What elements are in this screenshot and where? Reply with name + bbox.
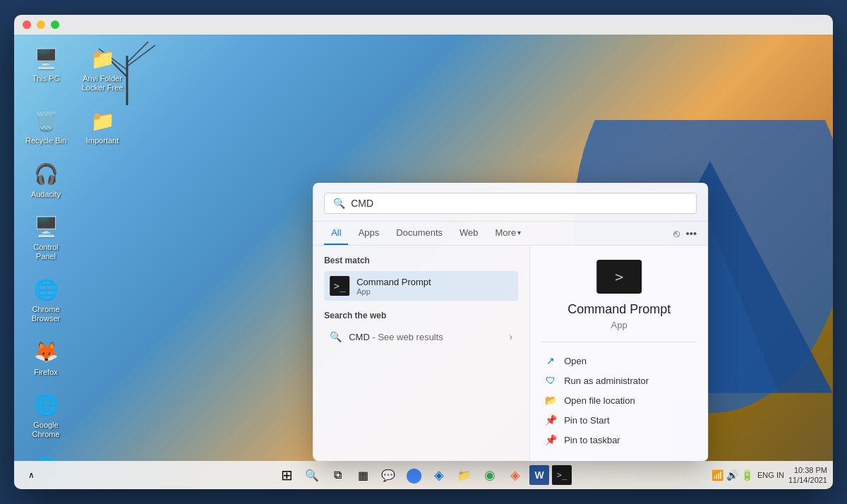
tab-apps[interactable]: Apps	[352, 222, 387, 245]
control-panel-label: Control Panel	[24, 243, 68, 261]
taskbar-teams-button[interactable]: 💬	[377, 464, 400, 486]
taskbar-word-icon[interactable]: W	[529, 465, 549, 485]
language-indicator[interactable]: ENG IN	[757, 470, 784, 480]
taskbar-chrome2-icon[interactable]: ◉	[479, 464, 501, 486]
desktop-icon-chrome-browser[interactable]: 🌐 Chrome Browser	[21, 272, 71, 326]
run-admin-label: Run as administrator	[564, 376, 649, 386]
divider	[541, 342, 697, 342]
desktop-icon-control-panel[interactable]: 🖥️ Control Panel	[21, 210, 71, 264]
important-label: Important	[86, 136, 119, 145]
recycle-bin-icon: 🗑️	[32, 107, 60, 135]
minimize-button[interactable]	[37, 20, 45, 29]
taskbar-widgets-button[interactable]: ▦	[352, 464, 374, 486]
desktop-icons: 🖥️ This PC 📁 Anvi Folder Locker Free 🗑️ …	[21, 42, 127, 489]
taskbar-firefox-icon[interactable]: ◈	[504, 464, 527, 486]
google-chrome-label: Google Chrome	[24, 421, 68, 439]
desktop-icon-google-chrome[interactable]: 🌐 Google Chrome	[21, 388, 71, 442]
close-button[interactable]	[23, 20, 31, 29]
action-list: ↗ Open 🛡 Run as administrator 📂 Open fil…	[541, 351, 697, 450]
taskbar-chrome-icon[interactable]: ⬤	[402, 464, 425, 486]
start-menu: 🔍 All Apps Documents Web More ▾ ⎋ •••	[313, 183, 708, 461]
control-panel-icon: 🖥️	[32, 213, 60, 241]
desktop-icon-important[interactable]: 📁 Important	[78, 104, 127, 148]
this-pc-label: This PC	[32, 74, 59, 83]
time-display: 10:38 PM	[788, 465, 827, 475]
web-keyword: CMD	[349, 332, 370, 342]
search-web-title: Search the web	[324, 311, 518, 320]
mac-titlebar	[14, 15, 833, 35]
tab-all[interactable]: All	[324, 222, 348, 245]
important-icon: 📁	[88, 107, 116, 135]
open-label: Open	[564, 356, 587, 366]
web-suffix: - See web results	[372, 332, 443, 342]
desktop-icon-recycle-bin[interactable]: 🗑️ Recycle Bin	[21, 104, 71, 148]
taskbar-edge-icon[interactable]: ◈	[428, 464, 450, 486]
wifi-icon[interactable]: 📶	[711, 469, 723, 481]
desktop-icon-firefox[interactable]: 🦊 Firefox	[21, 335, 71, 380]
taskbar-start-button[interactable]: ⊞	[275, 464, 298, 486]
system-tray-icons: 📶 🔊 🔋	[711, 469, 753, 481]
taskbar-arrow-icon[interactable]: ∧	[20, 464, 42, 486]
taskbar-search-button[interactable]: 🔍	[301, 464, 323, 486]
pin-to-taskbar-label: Pin to taskbar	[564, 435, 620, 445]
pin-taskbar-icon: 📌	[544, 434, 557, 445]
more-options-icon[interactable]: •••	[685, 227, 697, 239]
cmd-result-type: App	[356, 287, 431, 296]
taskbar-left: ∧	[20, 464, 42, 486]
filter-action-icons: ⎋ •••	[673, 227, 697, 239]
share-icon[interactable]: ⎋	[673, 227, 680, 239]
taskbar: ∧ ⊞ 🔍 ⧉ ▦ 💬 ⬤ ◈ 📁 ◉ ◈ W >_ 📶 🔊 �	[14, 461, 833, 489]
action-pin-to-start[interactable]: 📌 Pin to Start	[541, 410, 697, 430]
right-panel: Command Prompt App ↗ Open 🛡 Run as admin…	[530, 246, 708, 461]
desktop: 🖥️ This PC 📁 Anvi Folder Locker Free 🗑️ …	[14, 35, 833, 489]
folder-icon: 📂	[544, 395, 557, 406]
taskbar-file-explorer-icon[interactable]: 📁	[453, 464, 476, 486]
sound-icon[interactable]: 🔊	[726, 469, 738, 481]
chrome-browser-icon: 🌐	[32, 275, 60, 304]
date-display: 11/14/2021	[788, 475, 827, 485]
audacity-icon: 🎧	[32, 160, 60, 188]
language-code: ENG IN	[757, 470, 784, 480]
action-open-file-location[interactable]: 📂 Open file location	[541, 390, 697, 410]
cmd-result-name: Command Prompt	[356, 277, 431, 287]
maximize-button[interactable]	[51, 20, 59, 29]
battery-icon[interactable]: 🔋	[741, 469, 753, 481]
clock[interactable]: 10:38 PM 11/14/2021	[788, 465, 827, 486]
best-match-item[interactable]: >_ Command Prompt App	[324, 271, 518, 301]
desktop-icon-this-pc[interactable]: 🖥️ This PC	[21, 42, 71, 95]
web-search-icon: 🔍	[330, 331, 342, 342]
firefox-icon: 🦊	[32, 338, 60, 366]
search-icon: 🔍	[333, 198, 345, 209]
search-input[interactable]	[351, 198, 687, 209]
action-run-admin[interactable]: 🛡 Run as administrator	[541, 371, 697, 390]
action-pin-to-taskbar[interactable]: 📌 Pin to taskbar	[541, 430, 697, 450]
tab-web[interactable]: Web	[452, 222, 486, 245]
mac-window: 🖥️ This PC 📁 Anvi Folder Locker Free 🗑️ …	[14, 15, 833, 489]
taskbar-cmd-icon[interactable]: >_	[552, 465, 572, 485]
filter-tabs: All Apps Documents Web More ▾ ⎋ •••	[313, 222, 708, 246]
audacity-label: Audacity	[31, 190, 61, 199]
taskbar-center: ⊞ 🔍 ⧉ ▦ 💬 ⬤ ◈ 📁 ◉ ◈ W >_	[275, 464, 572, 486]
chrome-browser-label: Chrome Browser	[24, 305, 68, 323]
pin-to-start-label: Pin to Start	[564, 415, 609, 426]
web-search-item[interactable]: 🔍 CMD - See web results ›	[324, 326, 518, 347]
best-match-title: Best match	[324, 256, 518, 265]
firefox-label: Firefox	[34, 368, 58, 377]
action-open[interactable]: ↗ Open	[541, 351, 697, 371]
desktop-icon-audacity[interactable]: 🎧 Audacity	[21, 157, 71, 202]
app-preview-name: Command Prompt	[567, 302, 671, 317]
cmd-result-icon: >_	[330, 276, 349, 296]
shield-icon: 🛡	[544, 375, 557, 386]
anvi-folder-label: Anvi Folder Locker Free	[80, 74, 124, 92]
taskbar-task-view-button[interactable]: ⧉	[326, 464, 349, 486]
app-preview-type: App	[611, 320, 627, 330]
search-input-wrap[interactable]: 🔍	[324, 193, 697, 214]
google-chrome-icon: 🌐	[32, 391, 60, 419]
chevron-down-icon: ▾	[517, 229, 521, 236]
tab-documents[interactable]: Documents	[389, 222, 450, 245]
web-arrow-icon: ›	[510, 331, 513, 342]
tab-more[interactable]: More ▾	[488, 222, 529, 245]
this-pc-icon: 🖥️	[32, 44, 60, 73]
desktop-icon-anvi-folder[interactable]: 📁 Anvi Folder Locker Free	[78, 42, 127, 95]
anvi-folder-icon: 📁	[88, 44, 116, 73]
